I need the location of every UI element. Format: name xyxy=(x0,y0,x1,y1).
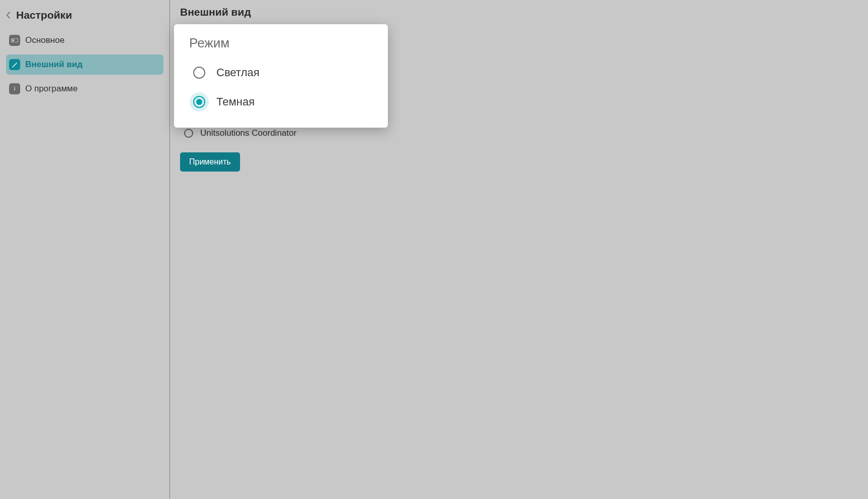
svg-point-1 xyxy=(12,39,14,41)
radio-label: Темная xyxy=(216,95,255,108)
sidebar-item-label: Внешний вид xyxy=(25,60,83,70)
sidebar-title: Настройки xyxy=(16,9,72,21)
sidebar-item-general[interactable]: Основное xyxy=(6,30,163,50)
radio-checked-icon xyxy=(193,96,205,108)
radio-option-dark[interactable]: Темная xyxy=(189,90,373,114)
mode-dropdown-panel: Режим Светлая Темная xyxy=(174,24,388,128)
radio-option-coordinator[interactable]: Unitsolutions Coordinator xyxy=(184,128,858,138)
back-chevron-icon[interactable] xyxy=(5,12,12,19)
radio-label: Светлая xyxy=(216,66,259,79)
nav-list: Основное Внешний вид О программе xyxy=(0,30,169,99)
page-title: Внешний вид xyxy=(180,6,858,18)
svg-point-3 xyxy=(14,86,15,87)
sidebar-item-appearance[interactable]: Внешний вид xyxy=(6,54,163,75)
svg-rect-4 xyxy=(14,88,15,91)
info-icon xyxy=(9,83,20,94)
sidebar-item-label: О программе xyxy=(25,84,78,94)
sidebar-item-about[interactable]: О программе xyxy=(6,79,163,99)
radio-unchecked-icon xyxy=(193,67,205,79)
sidebar-item-label: Основное xyxy=(25,35,65,45)
radio-unchecked-icon xyxy=(184,129,193,138)
main-content: Внешний вид Unitsolutions Coordinator Пр… xyxy=(170,0,868,499)
radio-option-light[interactable]: Светлая xyxy=(189,61,373,84)
panel-title: Режим xyxy=(189,35,373,51)
brush-icon xyxy=(9,59,20,70)
settings-sidebar: Настройки Основное Внешний вид xyxy=(0,0,170,499)
toggle-icon xyxy=(9,35,20,46)
apply-button[interactable]: Применить xyxy=(180,152,240,172)
radio-label: Unitsolutions Coordinator xyxy=(200,128,297,138)
sidebar-header: Настройки xyxy=(0,5,169,30)
